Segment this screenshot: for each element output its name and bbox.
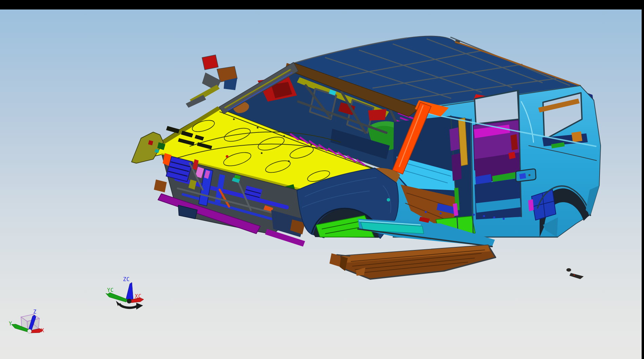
b-pillar-purple-lower[interactable] [451, 153, 462, 181]
fender-teal-dot [387, 198, 390, 202]
wcs-x-label[interactable]: XC [135, 293, 142, 299]
wcs-z-label[interactable]: ZC [123, 276, 130, 282]
wcs-y-label[interactable]: YC [107, 287, 114, 293]
interior-red-patch[interactable] [368, 109, 386, 121]
abs-origin-ball[interactable] [27, 329, 32, 333]
rear-door-sill-navy[interactable] [475, 178, 522, 219]
wcs-origin-knob[interactable] [127, 299, 132, 303]
debris-dot[interactable] [566, 268, 571, 272]
quarter-orange-bracket[interactable] [571, 131, 582, 142]
b-pillar-purple-upper[interactable] [449, 127, 460, 151]
abs-y-label[interactable]: Y [9, 321, 12, 327]
door-handle-dot [528, 174, 530, 176]
debris-red-dot [573, 274, 575, 276]
abs-z-label[interactable]: Z [33, 309, 37, 315]
door-handle-blue-part[interactable] [519, 173, 526, 179]
fragment-red[interactable] [202, 55, 218, 70]
abs-x-label[interactable]: X [41, 328, 44, 334]
graphics-viewport[interactable]: ZC YC XC Z Y X [0, 0, 644, 359]
door-handle-recess[interactable] [516, 169, 536, 182]
arch-magenta-sliver[interactable] [528, 199, 534, 211]
hood-red-dot [226, 155, 228, 158]
